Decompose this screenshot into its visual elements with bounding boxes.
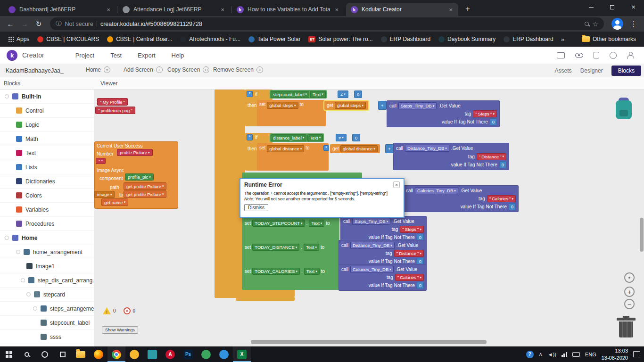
property-get-block-stepcount[interactable]: stepcount_label▾ Text▾: [270, 90, 327, 99]
dialog-close-icon[interactable]: ×: [393, 181, 400, 188]
window-minimize-button[interactable]: [580, 0, 602, 14]
window-close-button[interactable]: ×: [623, 0, 644, 14]
zoom-indicator-icon[interactable]: [585, 22, 589, 26]
honeygain-icon[interactable]: [125, 346, 143, 362]
call-steps-tinydb-block[interactable]: callSteps_Tiny_DB▾.Get Value tag"Steps"▾…: [340, 216, 427, 243]
text-block-profileicon[interactable]: "profileicon.png": [95, 107, 135, 114]
help-icon[interactable]: ?: [526, 351, 534, 358]
browser-menu-icon[interactable]: ⋮: [627, 20, 640, 28]
plus-block[interactable]: +: [385, 144, 394, 153]
sidebar-item-home-arrangement[interactable]: home_arrangement: [0, 245, 94, 259]
bookmark-apps[interactable]: Apps: [5, 34, 33, 44]
tab-dashboard-jet66erp[interactable]: Dashboard| Jet66ERP ×: [4, 3, 116, 16]
zoom-out-button[interactable]: −: [624, 299, 635, 309]
get-global-distance-block[interactable]: getglobal distance▾: [330, 144, 380, 153]
reload-button[interactable]: ↻: [32, 20, 45, 28]
sidebar-item-image1[interactable]: Image1: [0, 259, 94, 273]
show-warnings-button[interactable]: Show Warnings: [102, 326, 138, 334]
set-global-distance-block[interactable]: set global distance▾ to: [257, 143, 329, 171]
site-info-icon[interactable]: ⓘ: [56, 20, 62, 28]
bookmark-item[interactable]: ETSolar power: The ro...: [305, 34, 376, 44]
get-global-steps-block[interactable]: getglobal steps▾: [324, 101, 368, 110]
taskbar-search-icon[interactable]: [18, 346, 36, 362]
menu-project[interactable]: Project: [75, 52, 94, 59]
get-profile-picture-block[interactable]: get profile Picture▾: [124, 190, 166, 198]
set-global-steps-block[interactable]: set global steps▾ to: [257, 100, 326, 126]
bookmark-item[interactable]: CBSE | Central Boar...: [104, 34, 175, 44]
community-icon[interactable]: [610, 52, 617, 59]
errors-counter[interactable]: ×0: [124, 307, 136, 314]
avira-icon[interactable]: A: [161, 346, 179, 362]
preview-eye-icon[interactable]: [575, 53, 583, 58]
call-distance-tinydb-block[interactable]: callDistance_Tiny_DB▾.Get Value tag"Dist…: [339, 240, 427, 267]
sidebar-item-control[interactable]: Control: [0, 104, 94, 118]
call-calories-tinydb-block[interactable]: callCalories_Tiny_DB▾.Get Value tag"Calo…: [339, 264, 427, 291]
not-equal-block[interactable]: ≠▾: [338, 90, 348, 98]
blocks-button[interactable]: Blocks: [611, 66, 641, 76]
sidebar-item-step-dis-card[interactable]: step_dis_card_arrang...: [0, 273, 94, 288]
expander-icon[interactable]: [21, 278, 25, 282]
call-distance-tinydb-block[interactable]: callDistance_Tiny_DB▾.Get Value tag"Dist…: [393, 143, 509, 170]
zoom-in-button[interactable]: +: [624, 287, 635, 297]
start-button[interactable]: [0, 346, 18, 362]
back-button[interactable]: ←: [4, 20, 17, 28]
tab-close-icon[interactable]: ×: [220, 6, 225, 13]
tab-close-icon[interactable]: ×: [334, 6, 339, 13]
green-app-icon[interactable]: [197, 346, 215, 362]
set-today-stepcount-row[interactable]: set TODAY_STEPCOUNT▾ . Text▾ to: [245, 220, 330, 227]
sidebar-item-math[interactable]: Math: [0, 132, 94, 146]
new-tab-button[interactable]: +: [462, 4, 473, 14]
profile-pic-chip[interactable]: profile_pic▾: [125, 173, 154, 181]
number-block[interactable]: 0: [354, 90, 362, 98]
task-view-icon[interactable]: [54, 346, 72, 362]
bookmark-item[interactable]: Afrotechmods - Fu...: [177, 34, 244, 44]
profile-avatar[interactable]: [611, 18, 623, 30]
menu-test[interactable]: Test: [110, 52, 122, 59]
sidebar-item-steps-arrangement[interactable]: steps_arrangement: [0, 302, 94, 316]
tab-kodular-creator[interactable]: k Kodular Creator ×: [346, 3, 458, 16]
assets-button[interactable]: Assets: [555, 67, 572, 74]
vertical-scrollbar[interactable]: [640, 218, 644, 252]
designer-button[interactable]: Designer: [580, 67, 603, 74]
account-icon[interactable]: [627, 52, 634, 58]
sidebar-item-stepcard[interactable]: stepcard: [0, 288, 94, 302]
mutator-gear-icon[interactable]: *: [247, 91, 253, 97]
bookmarks-overflow-icon[interactable]: »: [558, 36, 567, 43]
sidebar-item-variables[interactable]: Variables: [0, 203, 94, 217]
horizontal-scrollbar[interactable]: [251, 340, 487, 344]
sidebar-item-procedures[interactable]: Procedures: [0, 217, 94, 231]
sidebar-item-lists[interactable]: Lists: [0, 160, 94, 174]
not-equal-block[interactable]: ≠▾: [336, 134, 347, 141]
warnings-counter[interactable]: !0: [103, 307, 116, 314]
skype-icon[interactable]: [215, 346, 233, 362]
mutator-gear-icon[interactable]: *: [323, 145, 329, 151]
forward-button[interactable]: →: [18, 20, 31, 28]
clock[interactable]: 13:03 13-08-2020: [602, 347, 628, 361]
gallery-icon[interactable]: [557, 52, 565, 58]
tab-close-icon[interactable]: ×: [448, 6, 454, 13]
remove-screen-button[interactable]: Remove Screen×: [213, 66, 263, 73]
file-explorer-icon[interactable]: [72, 346, 90, 362]
blocks-canvas[interactable]: "My Profile" "profileicon.png" Current U…: [94, 90, 644, 346]
sidebar-item-dictionaries[interactable]: Dictionaries: [0, 174, 94, 189]
cortana-icon[interactable]: [36, 346, 54, 362]
excel-icon[interactable]: X: [233, 346, 251, 362]
chrome-icon[interactable]: [107, 346, 125, 362]
tab-close-icon[interactable]: ×: [106, 6, 111, 13]
number-block[interactable]: 0: [352, 134, 360, 141]
address-bar[interactable]: ⓘ Not secure creator.kodular.io/#5008699…: [50, 17, 604, 30]
bookmark-item[interactable]: CBSE | CIRCULARS: [34, 34, 102, 44]
sidebar-item-text[interactable]: Text: [0, 146, 94, 160]
sidebar-item-stepcount-label[interactable]: stepcount_label: [0, 316, 94, 330]
expander-icon[interactable]: [5, 94, 9, 99]
bookmark-item[interactable]: Daybook Summary: [435, 34, 499, 44]
photoshop-icon[interactable]: Ps: [179, 346, 197, 362]
tab-attendance-log[interactable]: Attendance Log| Jet66ERP ×: [118, 3, 230, 16]
sidebar-item-home[interactable]: Home: [0, 231, 94, 245]
teal-app-icon[interactable]: [143, 346, 161, 362]
plus-block[interactable]: +: [378, 101, 387, 110]
menu-export[interactable]: Export: [138, 52, 156, 59]
call-calories-tinydb-block[interactable]: callCalories_Tiny_DB▾.Get Value tag"Calo…: [403, 185, 519, 212]
language-indicator[interactable]: ENG: [585, 352, 596, 357]
volume-icon[interactable]: ◄)): [548, 352, 556, 357]
